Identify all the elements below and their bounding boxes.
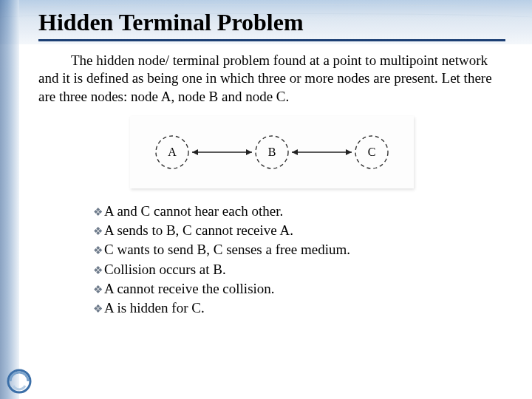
bullet-text: C wants to send B, C senses a free mediu… [104, 240, 350, 259]
bullet-text: A is hidden for C. [104, 299, 205, 318]
bullet-text: Collision occurs at B. [104, 260, 226, 279]
corner-logo-icon [6, 368, 33, 395]
diamond-bullet-icon: ❖ [93, 203, 103, 221]
list-item: ❖ C wants to send B, C senses a free med… [93, 240, 505, 259]
bullet-text: A sends to B, C cannot receive A. [104, 221, 293, 240]
diagram-container: A B C [38, 116, 505, 188]
diamond-bullet-icon: ❖ [93, 262, 103, 279]
intro-paragraph-text: The hidden node/ terminal problem found … [38, 52, 492, 104]
arrowhead-b-left [292, 149, 298, 155]
bullet-text: A cannot receive the collision. [104, 279, 275, 299]
diamond-bullet-icon: ❖ [93, 222, 103, 240]
intro-paragraph: The hidden node/ terminal problem found … [38, 52, 505, 106]
list-item: ❖ A is hidden for C. [93, 299, 505, 318]
diamond-bullet-icon: ❖ [93, 300, 103, 318]
bullet-list: ❖ A and C cannot hear each other. ❖ A se… [93, 202, 505, 318]
slide-title: Hidden Terminal Problem [38, 9, 505, 41]
arrowhead-c-right [346, 149, 352, 155]
node-a-label: A [168, 146, 177, 158]
arrowhead-b-right [246, 149, 252, 155]
arrowhead-a-left [192, 149, 198, 155]
diamond-bullet-icon: ❖ [93, 242, 103, 259]
slide-content: Hidden Terminal Problem The hidden node/… [0, 0, 532, 332]
list-item: ❖ A sends to B, C cannot receive A. [93, 221, 505, 240]
diamond-bullet-icon: ❖ [93, 281, 103, 299]
list-item: ❖ Collision occurs at B. [93, 260, 505, 279]
node-b-label: B [268, 146, 276, 158]
network-diagram: A B C [130, 116, 414, 188]
bullet-text: A and C cannot hear each other. [104, 202, 283, 221]
list-item: ❖ A cannot receive the collision. [93, 279, 505, 299]
node-c-label: C [368, 146, 376, 158]
list-item: ❖ A and C cannot hear each other. [93, 202, 505, 221]
